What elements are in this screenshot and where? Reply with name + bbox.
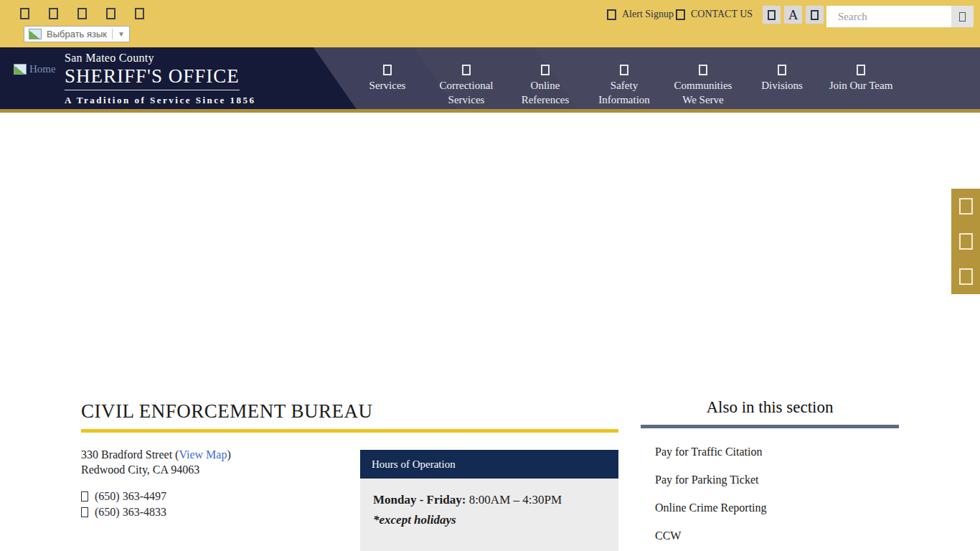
social-icon-2[interactable] [49, 8, 58, 19]
social-icon-4[interactable] [106, 8, 116, 19]
hours-note: *except holidays [373, 513, 606, 527]
address-text: 330 Bradford Street ( [81, 448, 179, 461]
hours-body: Monday - Friday: 8:00AM – 4:30PM *except… [360, 479, 618, 551]
font-size-letter: A [788, 7, 798, 23]
address-text: ) [227, 448, 230, 461]
hours-time: 8:00AM – 4:30PM [469, 493, 562, 507]
sidebar-underline [641, 425, 899, 428]
divider [112, 29, 113, 39]
search-input[interactable] [826, 6, 951, 27]
nav-label: Services [369, 78, 406, 93]
search-button[interactable] [951, 6, 974, 27]
nav-join-icon [857, 65, 865, 75]
social-icon-1[interactable] [20, 8, 29, 19]
main-navigation: Services Correctional Services Online Re… [348, 65, 900, 107]
nav-communities-icon [699, 65, 707, 75]
search-icon [959, 12, 966, 22]
phone-icon [81, 491, 88, 501]
nav-item-safety-information[interactable]: Safety Information [585, 65, 664, 107]
language-selector-label: Выбрать язык [47, 29, 107, 39]
site-header: Home San Mateo County SHERIFF'S OFFICE A… [0, 47, 980, 113]
page: Выбрать язык ▼ Alert Signup CONTACT US A [0, 0, 980, 551]
alert-icon [607, 9, 616, 20]
phone-row: (650) 363-4833 [81, 504, 166, 520]
nav-label: Safety Information [590, 78, 659, 107]
nav-services-icon [383, 65, 392, 75]
nav-online-references-icon [541, 65, 550, 75]
page-title: CIVIL ENFORCEMENT BUREAU [81, 400, 373, 423]
search-bar [826, 6, 974, 27]
hours-of-operation-box: Hours of Operation Monday - Friday: 8:00… [360, 450, 618, 551]
hours-line: Monday - Friday: 8:00AM – 4:30PM [373, 493, 606, 507]
nav-divisions-icon [778, 65, 786, 75]
view-map-link[interactable]: View Map [179, 448, 227, 461]
font-increase-icon [811, 10, 819, 20]
address-line-1: 330 Bradford Street (View Map) [81, 447, 231, 462]
phone-row: (650) 363-4497 [81, 489, 166, 504]
list-item: Pay for Parking Ticket [655, 474, 899, 488]
alert-signup-link[interactable]: Alert Signup [607, 9, 674, 20]
alert-signup-label: Alert Signup [622, 9, 674, 20]
sidebar-link-ccw[interactable]: CCW [655, 529, 681, 542]
font-increase-button[interactable] [806, 6, 824, 24]
county-name: San Mateo County [65, 52, 256, 65]
contact-icon [676, 9, 685, 20]
nav-label: Communities We Serve [669, 78, 738, 107]
phone-number: (650) 363-4833 [95, 506, 166, 519]
sidebar-link-pay-parking-ticket[interactable]: Pay for Parking Ticket [655, 474, 758, 486]
font-decrease-button[interactable] [763, 6, 781, 24]
nav-label: Online References [511, 78, 580, 107]
site-logo[interactable]: San Mateo County SHERIFF'S OFFICE A Trad… [65, 52, 256, 106]
nav-item-services[interactable]: Services [348, 65, 427, 107]
chevron-down-icon: ▼ [118, 30, 125, 38]
site-title: SHERIFF'S OFFICE [65, 65, 240, 90]
phone-number: (650) 363-4497 [95, 490, 166, 503]
float-tool-icon-3[interactable] [959, 268, 973, 285]
translate-icon [29, 29, 42, 39]
social-icon-5[interactable] [135, 8, 144, 19]
nav-label: Divisions [761, 78, 803, 93]
address-block: 330 Bradford Street (View Map) Redwood C… [81, 447, 231, 477]
hours-days: Monday - Friday: [373, 493, 466, 507]
hours-header: Hours of Operation [360, 450, 618, 479]
sidebar-link-online-crime-reporting[interactable]: Online Crime Reporting [655, 501, 767, 514]
fax-icon [81, 507, 88, 517]
sidebar-links: Pay for Traffic Citation Pay for Parking… [641, 446, 899, 544]
nav-label: Join Our Team [829, 78, 893, 93]
social-icon-3[interactable] [77, 8, 87, 19]
sidebar-heading: Also in this section [641, 398, 899, 417]
font-decrease-icon [768, 10, 776, 20]
phone-list: (650) 363-4497 (650) 363-4833 [81, 489, 166, 520]
contact-us-link[interactable]: CONTACT US [676, 9, 753, 20]
site-tagline: A Tradition of Service Since 1856 [65, 95, 256, 106]
list-item: CCW [655, 529, 899, 544]
title-underline [81, 429, 618, 433]
nav-item-divisions[interactable]: Divisions [743, 65, 821, 107]
sidebar-link-pay-traffic-citation[interactable]: Pay for Traffic Citation [655, 446, 762, 458]
nav-item-join-our-team[interactable]: Join Our Team [821, 65, 900, 107]
nav-label: Correctional Services [432, 78, 501, 107]
also-in-this-section: Also in this section Pay for Traffic Cit… [641, 398, 899, 551]
float-tool-icon-2[interactable] [959, 233, 973, 250]
nav-item-correctional-services[interactable]: Correctional Services [427, 65, 506, 107]
home-link[interactable]: Home [14, 63, 56, 75]
nav-safety-icon [620, 65, 628, 75]
font-reset-button[interactable]: A [784, 6, 802, 24]
social-links [20, 8, 144, 19]
address-line-2: Redwood City, CA 94063 [81, 462, 231, 477]
top-utility-bar: Выбрать язык ▼ Alert Signup CONTACT US A [0, 0, 980, 47]
list-item: Pay for Traffic Citation [655, 446, 899, 460]
nav-correctional-icon [462, 65, 471, 75]
font-size-controls: A [763, 6, 824, 24]
floating-toolbar [951, 189, 980, 294]
nav-item-online-references[interactable]: Online References [506, 65, 585, 107]
language-selector[interactable]: Выбрать язык ▼ [24, 26, 130, 42]
home-link-label: Home [29, 63, 56, 75]
contact-us-label: CONTACT US [691, 9, 753, 20]
list-item: Online Crime Reporting [655, 501, 899, 516]
float-tool-icon-1[interactable] [959, 198, 973, 215]
broken-image-icon [14, 64, 27, 75]
nav-item-communities-we-serve[interactable]: Communities We Serve [664, 65, 743, 107]
